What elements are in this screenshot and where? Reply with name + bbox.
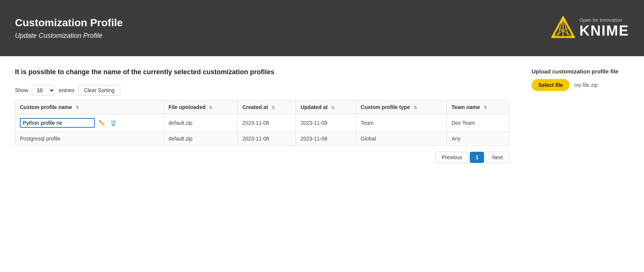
row1-file-uploaded: default.zip bbox=[164, 114, 238, 132]
row2-created-at: 2023-11-08 bbox=[238, 132, 296, 146]
row2-team-name: Any bbox=[447, 132, 509, 146]
col-header-updated-at: Updated at ⇅ bbox=[296, 100, 356, 114]
controls-row: Show 10 25 50 100 entries Clear Sorting bbox=[15, 85, 509, 96]
row2-updated-at: 2023-11-08 bbox=[296, 132, 356, 146]
knime-triangle-icon bbox=[551, 16, 575, 40]
knime-logo: Open for Innovation KNIME bbox=[551, 16, 629, 40]
sort-icon-created-at[interactable]: ⇅ bbox=[272, 105, 275, 110]
select-file-button[interactable]: Select file bbox=[532, 79, 569, 91]
col-header-profile-type: Custom profile type ⇅ bbox=[356, 100, 447, 114]
row1-team-name: Dev Team bbox=[447, 114, 509, 132]
row2-profile-name: Postgresql profile bbox=[20, 136, 60, 142]
profiles-table: Custom profile name ⇅ File upoloaded ⇅ C… bbox=[15, 100, 509, 146]
table-header: Custom profile name ⇅ File upoloaded ⇅ C… bbox=[15, 100, 509, 114]
selected-file-name: my-file.zip bbox=[574, 82, 598, 88]
row1-edit-icon[interactable]: ✏️ bbox=[97, 119, 106, 127]
row1-delete-icon[interactable]: 🗑️ bbox=[109, 119, 118, 127]
entries-label: entries bbox=[59, 87, 75, 93]
row2-profile-type: Global bbox=[356, 132, 447, 146]
row1-name-input[interactable] bbox=[20, 118, 95, 128]
page-1-button[interactable]: 1 bbox=[470, 152, 484, 163]
sort-icon-profile-type[interactable]: ⇅ bbox=[414, 105, 417, 110]
row1-updated-at: 2023-11-09 bbox=[296, 114, 356, 132]
row1-name-edit-container: ✏️ 🗑️ bbox=[20, 118, 159, 128]
show-label: Show bbox=[15, 87, 28, 93]
knime-logo-text: Open for Innovation KNIME bbox=[580, 17, 629, 39]
table-row: Postgresql profile default.zip 2023-11-0… bbox=[15, 132, 509, 146]
header-left: Customization Profile Update Customizati… bbox=[15, 17, 123, 40]
pagination: Previous 1 Next bbox=[15, 152, 509, 163]
page-header: Customization Profile Update Customizati… bbox=[0, 0, 644, 56]
row1-profile-type: Team bbox=[356, 114, 447, 132]
sort-icon-updated-at[interactable]: ⇅ bbox=[331, 105, 335, 110]
right-panel: Upload customization profile file Select… bbox=[532, 68, 629, 163]
col-header-profile-name: Custom profile name ⇅ bbox=[15, 100, 164, 114]
sort-icon-file-uploaded[interactable]: ⇅ bbox=[209, 105, 212, 110]
upload-row: Select file my-file.zip bbox=[532, 79, 629, 91]
upload-title: Upload customization profile file bbox=[532, 68, 629, 75]
row1-created-at: 2023-11-08 bbox=[238, 114, 296, 132]
col-header-created-at: Created at ⇅ bbox=[238, 100, 296, 114]
sort-icon-profile-name[interactable]: ⇅ bbox=[76, 105, 79, 110]
row2-name-container: Postgresql profile bbox=[20, 136, 159, 142]
row1-name-cell: ✏️ 🗑️ bbox=[15, 114, 164, 132]
row2-name-cell: Postgresql profile bbox=[15, 132, 164, 146]
main-content: It is possible to change the name of the… bbox=[0, 56, 644, 175]
page-subtitle: Update Customization Profile bbox=[15, 32, 123, 40]
table-row: ✏️ 🗑️ default.zip 2023-11-08 2023-11-09 … bbox=[15, 114, 509, 132]
next-button[interactable]: Next bbox=[486, 152, 509, 163]
col-header-file-uploaded: File upoloaded ⇅ bbox=[164, 100, 238, 114]
row2-file-uploaded: default.zip bbox=[164, 132, 238, 146]
entries-select[interactable]: 10 25 50 100 bbox=[32, 85, 55, 96]
left-panel: It is possible to change the name of the… bbox=[15, 68, 509, 163]
table-body: ✏️ 🗑️ default.zip 2023-11-08 2023-11-09 … bbox=[15, 114, 509, 146]
knime-brand-name: KNIME bbox=[580, 23, 629, 39]
previous-button[interactable]: Previous bbox=[435, 152, 468, 163]
page-title: Customization Profile bbox=[15, 17, 123, 29]
clear-sorting-button[interactable]: Clear Sorting bbox=[78, 85, 120, 96]
col-header-team-name: Team name ⇅ bbox=[447, 100, 509, 114]
knime-tagline: Open for Innovation bbox=[580, 17, 622, 23]
page-description: It is possible to change the name of the… bbox=[15, 68, 509, 76]
sort-icon-team-name[interactable]: ⇅ bbox=[484, 105, 487, 110]
